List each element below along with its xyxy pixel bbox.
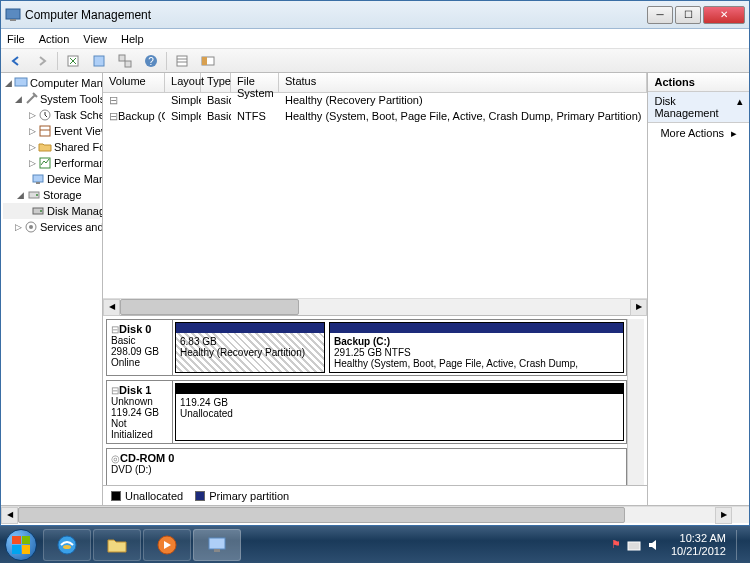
scroll-thumb[interactable] [18, 507, 625, 523]
tree-label: Services and Applications [40, 221, 103, 233]
tree-shared-folders[interactable]: ▷Shared Folders [3, 139, 100, 155]
expand-icon[interactable]: ▷ [15, 222, 22, 232]
tree-root[interactable]: ◢Computer Management (Local [3, 75, 100, 91]
tree-disk-management[interactable]: Disk Management [3, 203, 100, 219]
volume-status: Healthy (Recovery Partition) [279, 93, 647, 109]
settings-button[interactable] [197, 51, 219, 71]
tree-label: Computer Management (Local [30, 77, 103, 89]
clock-icon [38, 108, 52, 122]
tree-label: Device Manager [47, 173, 103, 185]
tray-volume-icon[interactable] [647, 538, 661, 552]
maximize-button[interactable]: ☐ [675, 6, 701, 24]
svg-rect-18 [33, 175, 43, 182]
device-icon [31, 172, 45, 186]
volume-row[interactable]: ⊟Backup (C:) Simple Basic NTFS Healthy (… [103, 109, 647, 125]
actions-more[interactable]: More Actions▸ [648, 123, 749, 144]
partition-unallocated[interactable]: 119.24 GB Unallocated [175, 383, 624, 441]
vertical-scrollbar[interactable] [627, 319, 644, 485]
tree-services-apps[interactable]: ▷Services and Applications [3, 219, 100, 235]
close-button[interactable]: ✕ [703, 6, 745, 24]
tray-icon[interactable]: ⚑ [611, 538, 621, 551]
svg-point-27 [63, 545, 71, 549]
window-scrollbar[interactable]: ◀ ▶ [1, 505, 749, 522]
column-volume[interactable]: Volume [103, 73, 165, 92]
taskbar-ie[interactable] [43, 529, 91, 561]
disk-info: ⊟Disk 0 Basic 298.09 GB Online [107, 320, 173, 375]
tree-label: System Tools [40, 93, 103, 105]
disk-row[interactable]: ◎CD-ROM 0 DVD (D:) No Media [106, 448, 627, 485]
svg-rect-13 [15, 78, 27, 86]
actions-section[interactable]: Disk Management▴ [648, 92, 749, 123]
refresh-button[interactable] [114, 51, 136, 71]
partition-recovery[interactable]: 6.83 GB Healthy (Recovery Partition) [175, 322, 325, 373]
taskbar-media-player[interactable] [143, 529, 191, 561]
column-status[interactable]: Status [279, 73, 647, 92]
scroll-left-button[interactable]: ◀ [1, 507, 18, 524]
menu-help[interactable]: Help [121, 33, 144, 45]
volume-list-header: Volume Layout Type File System Status [103, 73, 647, 93]
menu-file[interactable]: File [7, 33, 25, 45]
disk-icon [31, 204, 45, 218]
partition-size: 119.24 GB [180, 397, 228, 408]
disk-type: Basic [111, 335, 135, 346]
properties-button[interactable] [88, 51, 110, 71]
actions-item-label: More Actions [660, 127, 724, 140]
content-pane: Volume Layout Type File System Status ⊟ … [103, 73, 648, 505]
forward-button[interactable] [31, 51, 53, 71]
partition-bar [176, 323, 324, 333]
partition-backup-c[interactable]: Backup (C:) 291.25 GB NTFS Healthy (Syst… [329, 322, 624, 373]
taskbar-explorer[interactable] [93, 529, 141, 561]
expand-icon[interactable]: ▷ [29, 126, 36, 136]
titlebar[interactable]: Computer Management ─ ☐ ✕ [1, 1, 749, 29]
tree-event-viewer[interactable]: ▷Event Viewer [3, 123, 100, 139]
menu-action[interactable]: Action [39, 33, 70, 45]
disk-row[interactable]: ⊟Disk 0 Basic 298.09 GB Online 6.83 GB [106, 319, 627, 376]
tree-storage[interactable]: ◢Storage [3, 187, 100, 203]
column-filesystem[interactable]: File System [231, 73, 279, 92]
expand-icon[interactable]: ▷ [29, 158, 36, 168]
volume-type: Basic [201, 93, 231, 109]
tree-label: Disk Management [47, 205, 103, 217]
volume-layout: Simple [165, 109, 201, 125]
scroll-left-button[interactable]: ◀ [103, 299, 120, 316]
disk-row[interactable]: ⊟Disk 1 Unknown 119.24 GB Not Initialize… [106, 380, 627, 444]
collapse-icon[interactable]: ◢ [15, 190, 25, 200]
toolbar-separator [166, 52, 167, 70]
tray-network-icon[interactable] [627, 538, 641, 552]
svg-point-23 [40, 210, 42, 212]
partition-status: Healthy (Recovery Partition) [180, 347, 305, 358]
horizontal-scrollbar[interactable]: ◀ ▶ [103, 298, 647, 315]
scroll-right-button[interactable]: ▶ [630, 299, 647, 316]
column-layout[interactable]: Layout [165, 73, 201, 92]
menu-view[interactable]: View [83, 33, 107, 45]
start-button[interactable] [0, 527, 42, 563]
tree-performance[interactable]: ▷Performance [3, 155, 100, 171]
volume-row[interactable]: ⊟ Simple Basic Healthy (Recovery Partiti… [103, 93, 647, 109]
tray-clock[interactable]: 10:32 AM 10/21/2012 [667, 532, 730, 558]
collapse-icon[interactable]: ◢ [15, 94, 22, 104]
legend: Unallocated Primary partition [103, 485, 647, 505]
minimize-button[interactable]: ─ [647, 6, 673, 24]
show-desktop-button[interactable] [736, 530, 744, 560]
toolbar-separator [57, 52, 58, 70]
tree-device-manager[interactable]: Device Manager [3, 171, 100, 187]
expand-icon[interactable]: ▷ [29, 142, 36, 152]
scroll-right-button[interactable]: ▶ [715, 507, 732, 524]
tree-system-tools[interactable]: ◢System Tools [3, 91, 100, 107]
action-button[interactable] [62, 51, 84, 71]
scroll-thumb[interactable] [120, 299, 299, 315]
tree-task-scheduler[interactable]: ▷Task Scheduler [3, 107, 100, 123]
collapse-icon[interactable]: ◢ [5, 78, 12, 88]
svg-rect-0 [6, 9, 20, 19]
back-button[interactable] [5, 51, 27, 71]
taskbar-computer-management[interactable] [193, 529, 241, 561]
help-button[interactable]: ? [140, 51, 162, 71]
column-type[interactable]: Type [201, 73, 231, 92]
expand-icon[interactable]: ▷ [29, 110, 36, 120]
view-button[interactable] [171, 51, 193, 71]
svg-rect-15 [40, 126, 50, 136]
storage-icon [27, 188, 41, 202]
cdrom-icon: ◎ [111, 453, 120, 464]
tree-label: Event Viewer [54, 125, 103, 137]
collapse-icon[interactable]: ▴ [737, 95, 743, 119]
